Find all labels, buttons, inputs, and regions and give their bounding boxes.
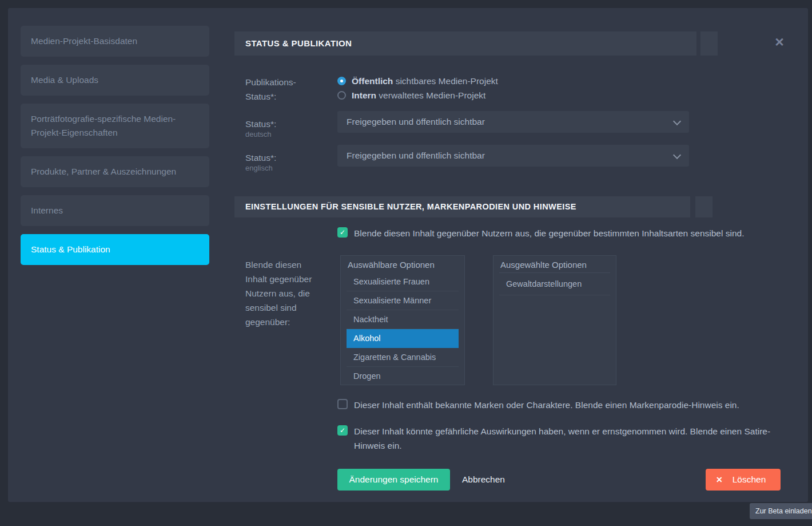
invite-to-beta-button[interactable]: Zur Beta einladen [750, 503, 812, 519]
available-options-items: Sexualisierte Frauen Sexualisierte Männe… [347, 272, 459, 385]
delete-x-icon: ✕ [716, 469, 723, 491]
list-item[interactable]: Gewaltdarstellungen [499, 273, 610, 295]
close-icon[interactable]: ✕ [771, 34, 788, 51]
sidebar-tab-portraitfotografie[interactable]: Porträtfotografie-spezifische Medien-Pro… [21, 104, 209, 148]
delete-button[interactable]: ✕ Löschen [706, 469, 781, 491]
checkbox-unchecked-icon[interactable] [337, 399, 348, 409]
edit-dialog: Medien-Projekt-Basisdaten Media & Upload… [8, 8, 808, 502]
publication-status-radio-group: Öffentlich sichtbares Medien-Projekt Int… [337, 74, 498, 102]
publication-status-label-line1: Publikations- [245, 75, 296, 89]
radio-label-text: sichtbares Medien-Projekt [393, 76, 498, 86]
sidebar: Medien-Projekt-Basisdaten Media & Upload… [21, 26, 209, 273]
checkbox-checked-icon[interactable]: ✓ [337, 425, 348, 436]
radio-label-text: verwaltetes Medien-Projekt [376, 90, 485, 100]
list-item[interactable]: Sexualisierte Männer [347, 291, 459, 310]
dual-list-label-line: gegenüber: [245, 315, 312, 329]
sidebar-tab-internes[interactable]: Internes [21, 195, 209, 226]
radio-unselected-icon[interactable] [337, 91, 346, 100]
radio-selected-icon[interactable] [337, 77, 346, 85]
status-de-label: Status*: [245, 117, 276, 131]
status-de-value: Freigegeben und öffentlich sichtbar [347, 117, 485, 126]
list-item[interactable]: Zigaretten & Cannabis [347, 348, 459, 367]
chosen-options-items: Gewaltdarstellungen [499, 272, 610, 295]
chevron-down-icon [673, 117, 681, 125]
brand-parody-checkbox-label: Dieser Inhalt enthält bekannte Marken od… [354, 398, 739, 412]
section-title: STATUS & PUBLIKATION [234, 31, 696, 56]
satire-notice-checkbox-label: Dieser Inhalt könnte gefährliche Auswirk… [354, 424, 782, 453]
radio-label-emphasis: Intern [352, 90, 376, 100]
save-button[interactable]: Änderungen speichern [337, 469, 450, 491]
status-en-label: Status*: [245, 151, 276, 165]
list-item[interactable]: Nacktheit [347, 310, 459, 329]
list-item[interactable]: Sexualisierte Frauen [347, 272, 459, 291]
sidebar-tab-status-publikation[interactable]: Status & Publikation [21, 234, 209, 265]
status-en-value: Freigegeben und öffentlich sichtbar [347, 151, 485, 160]
status-de-sublabel: deutsch [245, 130, 272, 139]
section-title: EINSTELLUNGEN FÜR SENSIBLE NUTZER, MARKE… [234, 196, 690, 217]
chosen-options-listbox: Ausgewählte Optionen Gewaltdarstellungen [493, 255, 616, 385]
sensitive-content-checkbox-row[interactable]: ✓ Blende diesen Inhalt gegenüber Nutzern… [337, 227, 744, 240]
sidebar-tab-produkte-partner[interactable]: Produkte, Partner & Auszeichnungen [21, 156, 209, 187]
available-options-title: Auswählbare Optionen [341, 256, 464, 272]
delete-button-label: Löschen [733, 469, 766, 491]
status-en-sublabel: englisch [245, 164, 273, 172]
sensitive-content-checkbox-label: Blende diesen Inhalt gegenüber Nutzern a… [354, 226, 744, 240]
available-options-listbox: Auswählbare Optionen Sexualisierte Fraue… [340, 255, 465, 385]
cancel-button[interactable]: Abbrechen [462, 469, 505, 491]
satire-notice-checkbox-row[interactable]: ✓ Dieser Inhalt könnte gefährliche Auswi… [337, 425, 782, 453]
publication-status-label: Publikations- Status*: [245, 75, 296, 104]
radio-label: Intern verwaltetes Medien-Projekt [352, 90, 485, 101]
dual-list-label: Blende diesen Inhalt gegenüber Nutzern a… [245, 258, 312, 329]
header-placeholder [700, 31, 718, 56]
sidebar-tab-basisdaten[interactable]: Medien-Projekt-Basisdaten [21, 26, 209, 57]
header-placeholder [695, 196, 713, 217]
sidebar-tab-media-uploads[interactable]: Media & Uploads [21, 65, 209, 96]
chosen-options-title: Ausgewählte Optionen [493, 256, 616, 272]
radio-option-intern[interactable]: Intern verwaltetes Medien-Projekt [337, 88, 498, 102]
list-item[interactable]: Drogen [347, 367, 459, 385]
status-de-select[interactable]: Freigegeben und öffentlich sichtbar [337, 111, 689, 133]
dual-list-label-line: Blende diesen [245, 258, 312, 272]
dual-list-label-line: sensibel sind [245, 300, 312, 315]
dual-list-label-line: Nutzern aus, die [245, 286, 312, 300]
list-item-selected[interactable]: Alkohol [347, 329, 459, 348]
status-en-select[interactable]: Freigegeben und öffentlich sichtbar [337, 145, 689, 167]
publication-status-label-line2: Status*: [245, 89, 296, 104]
section-header-einstellungen: EINSTELLUNGEN FÜR SENSIBLE NUTZER, MARKE… [234, 196, 690, 217]
chevron-down-icon [673, 151, 681, 159]
page-background: Medien-Projekt-Basisdaten Media & Upload… [0, 0, 812, 526]
radio-option-oeffentlich[interactable]: Öffentlich sichtbares Medien-Projekt [337, 74, 498, 88]
radio-label: Öffentlich sichtbares Medien-Projekt [352, 76, 498, 86]
checkbox-checked-icon[interactable]: ✓ [337, 227, 348, 238]
radio-label-emphasis: Öffentlich [352, 76, 393, 86]
section-header-status-publikation: STATUS & PUBLIKATION [234, 31, 696, 56]
dual-list-label-line: Inhalt gegenüber [245, 272, 312, 286]
brand-parody-checkbox-row[interactable]: Dieser Inhalt enthält bekannte Marken od… [337, 399, 739, 412]
